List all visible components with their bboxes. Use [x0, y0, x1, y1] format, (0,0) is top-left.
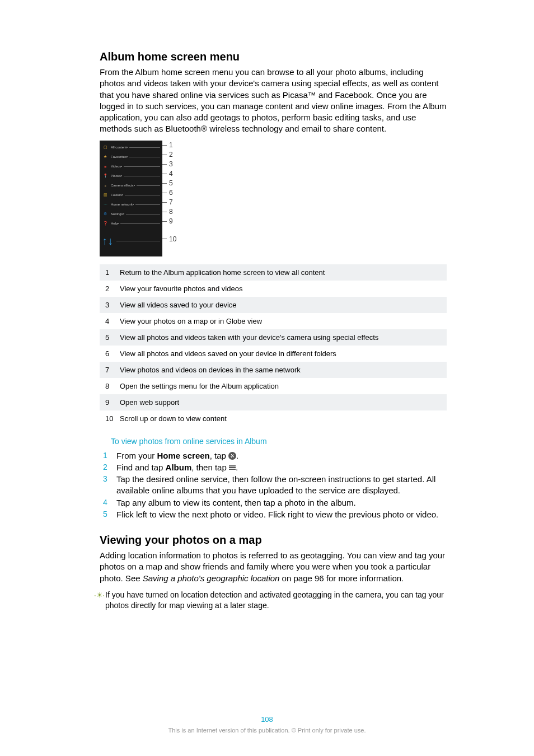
callout-number: 1: [162, 141, 176, 150]
menu-item-label: Favourites: [111, 155, 127, 158]
phone-menu-item: ⚙Settings: [102, 209, 160, 219]
phone-menu-item: ■Videos: [102, 162, 160, 171]
section-heading-map: Viewing your photos on a map: [100, 534, 447, 547]
phone-menu-item: ▥Folders: [102, 190, 160, 200]
phone-screenshot: ▢All content★Favourites■Videos📍Places●Ca…: [100, 141, 162, 256]
section-heading-album: Album home screen menu: [100, 50, 447, 63]
phone-menu-item: ⋯Home network: [102, 200, 160, 209]
legend-number: 10: [105, 414, 120, 423]
legend-row: 4View your photos on a map or in Globe v…: [100, 313, 447, 329]
legend-row: 3View all videos saved to your device: [100, 297, 447, 313]
section-paragraph: From the Album home screen menu you can …: [100, 67, 447, 135]
step-text: , then tap: [191, 463, 229, 472]
legend-number: 7: [105, 366, 120, 374]
menu-item-icon: ▢: [102, 145, 109, 150]
callout-number: 8: [162, 207, 176, 217]
legend-text: View all photos and videos taken with yo…: [120, 333, 441, 342]
menu-item-icon: ⋯: [102, 202, 109, 207]
step-keyword: Album: [166, 463, 192, 472]
menu-icon: [229, 465, 236, 471]
legend-text: View all photos and videos saved on your…: [120, 349, 441, 358]
tip-text: If you have turned on location detection…: [105, 590, 447, 611]
step-4: Tap any album to view its content, then …: [100, 497, 447, 508]
phone-menu-item: ❓Help: [102, 219, 160, 228]
phone-menu-item: 📍Places: [102, 171, 160, 181]
menu-item-label: Home network: [111, 203, 133, 206]
menu-item-label: Settings: [111, 212, 123, 216]
legend-row: 9Open web support: [100, 394, 447, 410]
legend-number: 5: [105, 333, 120, 342]
legend-text: Open web support: [120, 398, 441, 407]
legend-number: 4: [105, 317, 120, 325]
menu-item-icon: ■: [102, 165, 109, 169]
footer-note: This is an Internet version of this publ…: [0, 727, 534, 734]
legend-row: 6View all photos and videos saved on you…: [100, 346, 447, 362]
phone-menu-item: ●Camera effects: [102, 181, 160, 190]
menu-item-label: Places: [111, 174, 121, 178]
legend-number: 2: [105, 284, 120, 293]
apps-icon: [228, 452, 236, 460]
callout-number: 5: [162, 179, 176, 188]
step-text: From your: [116, 451, 157, 460]
legend-text: View photos and videos on devices in the…: [120, 366, 441, 374]
legend-text: View your favourite photos and videos: [120, 284, 441, 293]
page-number: 108: [0, 715, 534, 724]
legend-text: Return to the Album application home scr…: [120, 268, 441, 277]
step-5: Flick left to view the next photo or vid…: [100, 509, 447, 520]
menu-item-label: Folders: [111, 193, 122, 197]
menu-item-icon: ●: [102, 184, 109, 188]
menu-item-label: All content: [111, 146, 127, 149]
legend-table: 1Return to the Album application home sc…: [100, 264, 447, 427]
legend-row: 5View all photos and videos taken with y…: [100, 329, 447, 346]
menu-item-label: Help: [111, 222, 118, 225]
step-2: Find and tap Album, then tap .: [100, 462, 447, 473]
content-column: Album home screen menu From the Album ho…: [100, 50, 447, 611]
cross-reference: Saving a photo's geographic location: [143, 573, 280, 583]
menu-item-icon: ❓: [102, 221, 109, 226]
step-keyword: Home screen: [157, 451, 210, 460]
step-text: .: [236, 451, 238, 460]
section-paragraph: Adding location information to photos is…: [100, 550, 447, 584]
step-text: , tap: [210, 451, 228, 460]
para-text: on page 96 for more information.: [279, 573, 404, 583]
phone-menu-item: ▢All content: [102, 143, 160, 152]
step-1: From your Home screen, tap .: [100, 450, 447, 461]
legend-text: View your photos on a map or in Globe vi…: [120, 317, 441, 325]
album-menu-figure: ▢All content★Favourites■Videos📍Places●Ca…: [100, 141, 447, 256]
callout-column: 12345678910: [162, 141, 176, 252]
legend-row: 10Scroll up or down to view content: [100, 410, 447, 427]
legend-row: 1Return to the Album application home sc…: [100, 264, 447, 281]
callout-number: 6: [162, 188, 176, 198]
menu-item-icon: ▥: [102, 193, 109, 197]
callout-number: 9: [162, 217, 176, 226]
legend-text: Scroll up or down to view content: [120, 414, 441, 423]
legend-text: Open the settings menu for the Album app…: [120, 382, 441, 390]
page: Album home screen menu From the Album ho…: [0, 0, 534, 756]
phone-menu-item: ★Favourites: [102, 152, 160, 162]
step-3: Tap the desired online service, then fol…: [100, 474, 447, 497]
step-text: Find and tap: [116, 463, 166, 472]
menu-item-icon: ★: [102, 155, 109, 159]
procedure-heading: To view photos from online services in A…: [111, 437, 447, 446]
step-text: .: [236, 463, 238, 472]
page-footer: 108 This is an Internet version of this …: [0, 715, 534, 734]
legend-row: 8Open the settings menu for the Album ap…: [100, 378, 447, 394]
tip-icon: ·☀·: [94, 590, 105, 611]
callout-number: 3: [162, 160, 176, 169]
callout-number: 7: [162, 198, 176, 207]
scroll-arrows-icon: ↑↓: [102, 235, 113, 248]
scroll-indicator: ↑↓: [102, 228, 160, 254]
legend-row: 7View photos and videos on devices in th…: [100, 362, 447, 378]
legend-number: 8: [105, 382, 120, 390]
menu-item-label: Videos: [111, 165, 121, 168]
menu-item-icon: ⚙: [102, 212, 109, 216]
callout-number: 2: [162, 150, 176, 160]
callout-number: 4: [162, 169, 176, 179]
legend-row: 2View your favourite photos and videos: [100, 281, 447, 297]
menu-item-label: Camera effects: [111, 184, 134, 187]
menu-item-icon: 📍: [102, 174, 109, 178]
legend-text: View all videos saved to your device: [120, 301, 441, 309]
legend-number: 9: [105, 398, 120, 407]
legend-number: 6: [105, 349, 120, 358]
callout-number: 10: [162, 226, 176, 252]
